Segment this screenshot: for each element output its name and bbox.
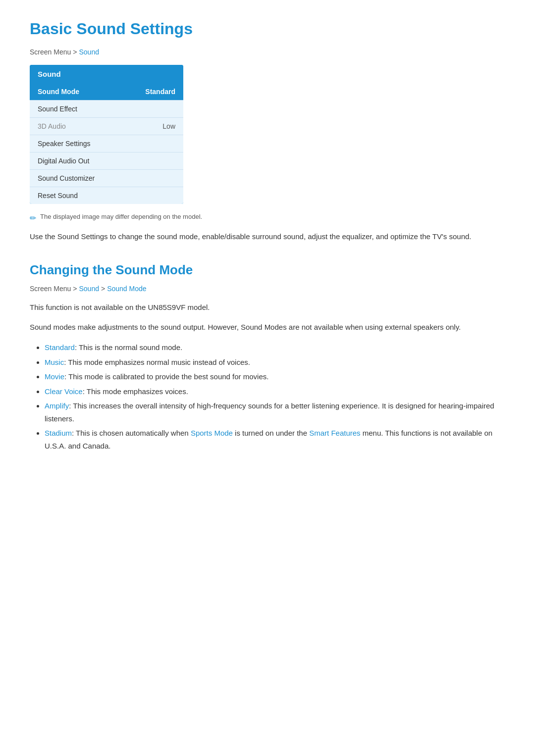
body-text: Use the Sound Settings to change the sou…: [30, 231, 505, 243]
list-item-movie: Movie: This mode is calibrated to provid…: [45, 370, 505, 383]
note-block: ✏ The displayed image may differ dependi…: [30, 213, 505, 223]
link-sports-mode[interactable]: Sports Mode: [191, 429, 233, 437]
menu-item-sound-mode[interactable]: Sound Mode Standard: [30, 83, 183, 101]
breadcrumb2-prefix: Screen Menu: [30, 285, 71, 293]
menu-item-label: Sound Customizer: [38, 174, 95, 182]
menu-item-value: Low: [162, 122, 175, 130]
breadcrumb-sound-link[interactable]: Sound: [79, 48, 99, 56]
breadcrumb-prefix: Screen Menu: [30, 48, 71, 56]
list-item-stadium: Stadium: This is chosen automatically wh…: [45, 427, 505, 452]
menu-item-value: Standard: [145, 88, 175, 96]
list-item-music: Music: This mode emphasizes normal music…: [45, 356, 505, 369]
text-stadium-middle: is turned on under the: [233, 429, 309, 437]
term-stadium: Stadium: [45, 429, 72, 437]
breadcrumb-2: Screen Menu > Sound > Sound Mode: [30, 285, 505, 293]
term-music: Music: [45, 358, 64, 366]
term-clear-voice: Clear Voice: [45, 387, 83, 396]
text-movie: : This mode is calibrated to provide the…: [64, 372, 268, 381]
breadcrumb2-sound-link[interactable]: Sound: [79, 285, 99, 293]
menu-item-label: Reset Sound: [38, 192, 78, 200]
text-standard: : This is the normal sound mode.: [75, 343, 182, 352]
menu-item-sound-effect[interactable]: Sound Effect: [30, 101, 183, 118]
text-amplify: : This increases the overall intensity o…: [45, 402, 494, 423]
menu-title: Sound: [30, 65, 183, 83]
link-smart-features[interactable]: Smart Features: [309, 429, 360, 437]
term-amplify: Amplify: [45, 402, 69, 410]
note-text: The displayed image may differ depending…: [40, 213, 202, 220]
term-standard: Standard: [45, 343, 75, 352]
menu-item-label: Speaker Settings: [38, 140, 91, 148]
bullet-list: Standard: This is the normal sound mode.…: [30, 341, 505, 452]
breadcrumb-sep: >: [73, 48, 77, 56]
text-music: : This mode emphasizes normal music inst…: [64, 358, 250, 366]
breadcrumb2-sep1: >: [73, 285, 77, 293]
text-clear-voice: : This mode emphasizes voices.: [83, 387, 188, 396]
section2-para1: This function is not available on the UN…: [30, 302, 505, 313]
list-item-amplify: Amplify: This increases the overall inte…: [45, 400, 505, 425]
menu-item-reset-sound[interactable]: Reset Sound: [30, 187, 183, 204]
menu-item-label: Sound Mode: [38, 88, 79, 96]
note-icon: ✏: [30, 213, 36, 223]
term-movie: Movie: [45, 372, 64, 381]
breadcrumb2-sep2: >: [101, 285, 105, 293]
section2-para2: Sound modes make adjustments to the soun…: [30, 321, 505, 333]
section2-title: Changing the Sound Mode: [30, 262, 505, 278]
list-item-standard: Standard: This is the normal sound mode.: [45, 341, 505, 354]
menu-item-label: Sound Effect: [38, 105, 77, 113]
menu-item-label: 3D Audio: [38, 122, 66, 130]
sound-menu-box: Sound Sound Mode Standard Sound Effect 3…: [30, 65, 183, 204]
page-title: Basic Sound Settings: [30, 20, 505, 38]
breadcrumb-1: Screen Menu > Sound: [30, 48, 505, 56]
text-stadium-before: : This is chosen automatically when: [72, 429, 191, 437]
menu-item-speaker-settings[interactable]: Speaker Settings: [30, 135, 183, 152]
menu-item-digital-audio-out[interactable]: Digital Audio Out: [30, 152, 183, 170]
list-item-clear-voice: Clear Voice: This mode emphasizes voices…: [45, 385, 505, 398]
menu-item-sound-customizer[interactable]: Sound Customizer: [30, 170, 183, 187]
breadcrumb2-sound-mode-link[interactable]: Sound Mode: [107, 285, 146, 293]
menu-item-label: Digital Audio Out: [38, 157, 89, 165]
section-changing-sound-mode: Changing the Sound Mode Screen Menu > So…: [30, 262, 505, 452]
menu-item-3d-audio[interactable]: 3D Audio Low: [30, 118, 183, 135]
